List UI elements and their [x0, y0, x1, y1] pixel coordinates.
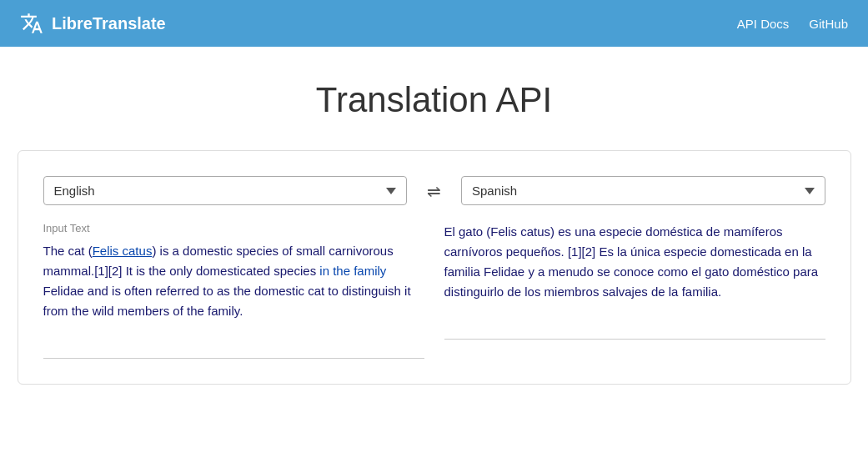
app-header: LibreTranslate API Docs GitHub	[0, 0, 868, 47]
input-label: Input Text	[43, 222, 424, 234]
source-lang-select[interactable]: English Spanish French German Italian Po…	[43, 176, 408, 205]
translate-icon	[20, 12, 43, 35]
in-family-span: in the family	[319, 264, 386, 278]
swap-languages-button[interactable]: ⇌	[420, 178, 448, 204]
translated-text: El gato (Felis catus) es una especie dom…	[444, 222, 825, 322]
source-lang-wrap: English Spanish French German Italian Po…	[43, 176, 408, 205]
github-link[interactable]: GitHub	[809, 17, 848, 31]
felis-catus-link[interactable]: Felis catus	[93, 244, 153, 258]
api-docs-link[interactable]: API Docs	[737, 17, 790, 31]
target-divider	[444, 339, 825, 340]
main-content: Translation API English Spanish French G…	[0, 47, 868, 435]
source-panel: Input Text The cat (Felis catus) is a do…	[43, 222, 424, 359]
brand-name: LibreTranslate	[52, 14, 166, 33]
source-text[interactable]: The cat (Felis catus) is a domestic spec…	[43, 241, 424, 341]
page-title: Translation API	[316, 80, 552, 120]
target-lang-wrap: Spanish English French German Italian Po…	[461, 176, 825, 205]
language-selector-row: English Spanish French German Italian Po…	[43, 176, 825, 205]
header-nav: API Docs GitHub	[737, 17, 848, 31]
brand: LibreTranslate	[20, 12, 166, 35]
target-lang-select[interactable]: Spanish English French German Italian Po…	[461, 176, 825, 205]
translation-card: English Spanish French German Italian Po…	[18, 150, 851, 385]
swap-icon: ⇌	[427, 182, 441, 200]
panels-row: Input Text The cat (Felis catus) is a do…	[43, 222, 825, 359]
target-panel: El gato (Felis catus) es una especie dom…	[444, 222, 825, 359]
source-divider	[43, 358, 424, 359]
